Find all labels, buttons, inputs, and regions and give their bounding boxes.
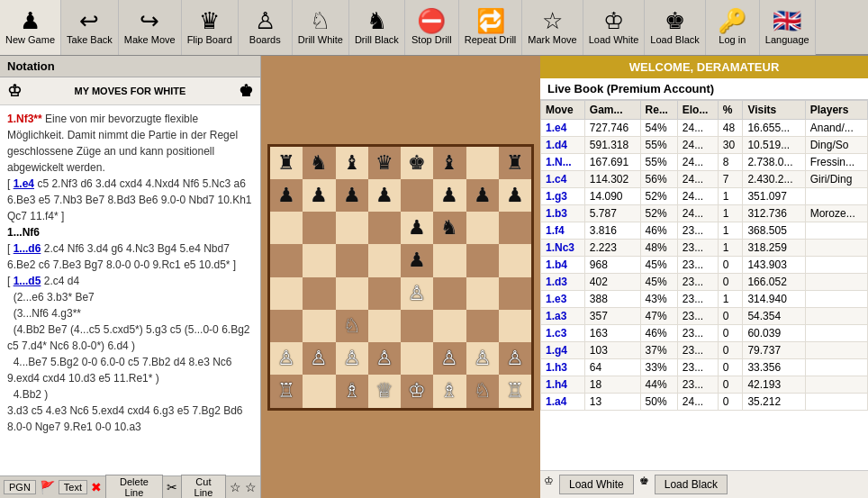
move-cell[interactable]: 1.a4 [541, 394, 585, 411]
col-visits[interactable]: Visits [743, 101, 805, 120]
square-4-7[interactable] [499, 277, 531, 310]
square-2-1[interactable] [303, 212, 335, 244]
move-cell[interactable]: 1.a3 [541, 308, 585, 325]
square-3-5[interactable] [433, 244, 466, 276]
square-3-4[interactable]: ♟ [401, 244, 433, 276]
square-2-0[interactable] [270, 212, 303, 244]
square-0-7[interactable]: ♜ [499, 147, 531, 179]
table-row[interactable]: 1.h36433%23...033.356 [541, 359, 868, 376]
move-cell[interactable]: 1.h4 [541, 376, 585, 394]
log-in-button[interactable]: 🔑 Log in [706, 0, 760, 55]
square-5-5[interactable] [433, 310, 466, 342]
repeat-drill-button[interactable]: 🔁 Repeat Drill [459, 0, 522, 55]
square-2-4[interactable]: ♟ [401, 212, 433, 244]
square-0-5[interactable]: ♝ [433, 147, 466, 179]
stop-drill-button[interactable]: ⛔ Stop Drill [405, 0, 459, 55]
drill-white-button[interactable]: ♘ Drill White [293, 0, 349, 55]
square-1-4[interactable] [401, 179, 433, 212]
square-3-0[interactable] [270, 244, 303, 276]
square-7-3[interactable]: ♕ [368, 375, 401, 407]
square-4-1[interactable] [303, 277, 335, 310]
table-row[interactable]: 1.g314.09052%24...1351.097 [541, 188, 868, 205]
square-4-3[interactable] [368, 277, 401, 310]
delete-line-button[interactable]: Delete Line [105, 475, 163, 498]
square-1-2[interactable]: ♟ [336, 179, 368, 212]
square-0-4[interactable]: ♚ [401, 147, 433, 179]
square-1-6[interactable]: ♟ [466, 179, 499, 212]
move-cell[interactable]: 1.g3 [541, 188, 585, 205]
square-4-2[interactable] [336, 277, 368, 310]
make-move-button[interactable]: ↪ Make Move [119, 0, 182, 55]
square-5-1[interactable] [303, 310, 335, 342]
square-0-2[interactable]: ♝ [336, 147, 368, 179]
square-2-3[interactable] [368, 212, 401, 244]
square-3-1[interactable] [303, 244, 335, 276]
table-row[interactable]: 1.b496845%23...0143.903 [541, 257, 868, 274]
table-row[interactable]: 1.c316346%23...060.039 [541, 325, 868, 342]
move-cell[interactable]: 1.h3 [541, 359, 585, 376]
square-7-7[interactable]: ♖ [499, 375, 531, 407]
table-row[interactable]: 1.f43.81646%23...1368.505 [541, 222, 868, 240]
col-games[interactable]: Gam... [584, 101, 640, 120]
table-row[interactable]: 1.d340245%23...0166.052 [541, 274, 868, 291]
pgn-button[interactable]: PGN [4, 480, 36, 494]
footer-load-black-button[interactable]: Load Black [655, 475, 728, 494]
square-7-2[interactable]: ♗ [336, 375, 368, 407]
cut-line-button[interactable]: Cut Line [181, 475, 226, 498]
square-7-1[interactable] [303, 375, 335, 407]
square-3-7[interactable] [499, 244, 531, 276]
move-cell[interactable]: 1.d4 [541, 137, 585, 154]
move-cell[interactable]: 1.b3 [541, 205, 585, 222]
table-row[interactable]: 1.d4591.31855%24...3010.519...Ding/So [541, 137, 868, 154]
take-back-button[interactable]: ↩ Take Back [61, 0, 119, 55]
square-3-6[interactable] [466, 244, 499, 276]
square-7-0[interactable]: ♖ [270, 375, 303, 407]
square-1-5[interactable]: ♟ [433, 179, 466, 212]
square-0-3[interactable]: ♛ [368, 147, 401, 179]
square-4-5[interactable] [433, 277, 466, 310]
move-cell[interactable]: 1.d3 [541, 274, 585, 291]
table-row[interactable]: 1.Nc32.22348%23...1318.259 [541, 240, 868, 257]
load-black-button[interactable]: ♚ Load Black [645, 0, 705, 55]
square-7-6[interactable]: ♘ [466, 375, 499, 407]
square-5-0[interactable] [270, 310, 303, 342]
square-7-5[interactable]: ♗ [433, 375, 466, 407]
col-elo[interactable]: Elo... [677, 101, 718, 120]
square-4-0[interactable] [270, 277, 303, 310]
text-button[interactable]: Text [59, 480, 87, 494]
table-row[interactable]: 1.e4727.74654%24...4816.655...Anand/... [541, 120, 868, 137]
square-6-0[interactable]: ♙ [270, 342, 303, 375]
move-cell[interactable]: 1.f4 [541, 222, 585, 240]
move-cell[interactable]: 1.c4 [541, 171, 585, 188]
square-2-6[interactable] [466, 212, 499, 244]
move-cell[interactable]: 1.b4 [541, 257, 585, 274]
col-move[interactable]: Move [541, 101, 585, 120]
language-button[interactable]: 🇬🇧 Language [760, 0, 816, 55]
square-1-7[interactable]: ♟ [499, 179, 531, 212]
square-5-7[interactable] [499, 310, 531, 342]
drill-black-button[interactable]: ♞ Drill Black [349, 0, 405, 55]
square-1-1[interactable]: ♟ [303, 179, 335, 212]
col-re[interactable]: Re... [640, 101, 677, 120]
square-6-3[interactable]: ♙ [368, 342, 401, 375]
square-2-7[interactable] [499, 212, 531, 244]
table-row[interactable]: 1.h41844%23...042.193 [541, 376, 868, 394]
square-6-4[interactable] [401, 342, 433, 375]
square-2-5[interactable]: ♞ [433, 212, 466, 244]
move-cell[interactable]: 1.c3 [541, 325, 585, 342]
table-row[interactable]: 1.N...167.69155%24...82.738.0...Fressin.… [541, 154, 868, 171]
square-1-3[interactable]: ♟ [368, 179, 401, 212]
livebook-scroll[interactable]: Move Gam... Re... Elo... % Visits Player… [540, 100, 868, 470]
mark-move-button[interactable]: ☆ Mark Move [522, 0, 583, 55]
table-row[interactable]: 1.c4114.30256%24...72.430.2...Giri/Ding [541, 171, 868, 188]
boards-button[interactable]: ♙ Boards [239, 0, 293, 55]
square-3-2[interactable] [336, 244, 368, 276]
footer-load-white-button[interactable]: Load White [559, 475, 634, 494]
move-cell[interactable]: 1.N... [541, 154, 585, 171]
square-1-0[interactable]: ♟ [270, 179, 303, 212]
square-5-2[interactable]: ♘ [336, 310, 368, 342]
square-3-3[interactable] [368, 244, 401, 276]
square-6-6[interactable]: ♙ [466, 342, 499, 375]
move-cell[interactable]: 1.e3 [541, 291, 585, 308]
table-row[interactable]: 1.a41350%24...035.212 [541, 394, 868, 411]
